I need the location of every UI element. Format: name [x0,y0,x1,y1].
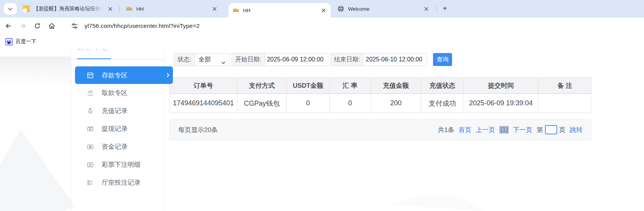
bookmark-baidu[interactable]: 百度一下 [5,38,36,45]
page-content: 财务中心 存款专区 取款专区 [0,49,644,211]
tab-hh-active[interactable]: HH [229,3,331,18]
tab-welcome[interactable]: Welcome [334,0,433,18]
tab-separator [119,5,120,12]
page-jump-input[interactable] [545,125,557,134]
list-boxes-icon [86,179,95,187]
sidebar-item-hall-bets[interactable]: 厅室投注记录 [71,174,164,192]
next-page-link[interactable]: 下一页 [513,126,532,134]
end-date-label: 结束日期: [331,53,363,66]
column-header: 支付方式 [237,78,286,94]
cell-remark [539,94,591,113]
sidebar-item-label: 资金记录 [102,142,128,151]
chevron-down-icon [221,59,225,66]
decorative-triangle-left [0,130,75,211]
table-header-row: 订单号 支付方式 USDT金额 汇 率 充值金额 充值状态 提交时间 备 注 [170,78,591,94]
chevron-right-icon [166,73,169,77]
column-header: 汇 率 [329,78,371,94]
deposit-card-icon [86,71,95,79]
start-date-input[interactable] [264,53,328,66]
current-page-indicator: [1] [499,126,509,134]
sidebar-item-fund-records[interactable]: 资金记录 [71,138,164,156]
close-icon[interactable] [320,7,327,14]
start-date-label: 开始日期: [232,53,264,66]
sidebar-menu: 存款专区 取款专区 充值记录 [71,66,164,192]
sidebar-item-label: 提现记录 [102,124,128,133]
cell-pay-method: CGPay钱包 [237,94,286,113]
sidebar-section-title: 财务中心 [77,49,109,52]
sidebar-item-label: 存款专区 [102,71,128,80]
list-document-icon [86,161,95,169]
total-count-text: 共1条 [438,126,454,134]
sidebar-item-lottery-bets[interactable]: 彩票下注明细 [71,156,164,174]
close-icon[interactable] [423,5,430,12]
tab-strip: 【新提醒】海燕策略论坛综合交 HH HH [0,0,644,18]
end-date-input[interactable] [363,53,427,66]
tab-search-button[interactable] [4,3,17,14]
home-button[interactable] [46,20,58,32]
back-button[interactable] [2,20,14,32]
deposit-records-table: 订单号 支付方式 USDT金额 汇 率 充值金额 充值状态 提交时间 备 注 1… [169,77,591,113]
tab-separator [436,5,437,12]
pagination-controls: 共1条 首页 上一页 [1] 下一页 第 页 跳转 [438,125,583,134]
column-header: 充值状态 [421,78,463,94]
section-divider [71,59,164,60]
tab-title: 【新提醒】海燕策略论坛综合交 [34,5,103,12]
site-settings-button[interactable] [69,20,81,32]
close-icon[interactable] [211,5,218,12]
sliders-icon [71,22,78,30]
forward-button[interactable] [17,20,29,32]
hand-money-icon [86,89,95,97]
query-button[interactable]: 查询 [433,53,452,66]
decorative-triangle-bottom [385,196,486,211]
forward-arrow-icon [19,22,27,30]
close-icon[interactable] [107,5,113,12]
new-tab-button[interactable]: + [440,4,449,13]
column-header: 订单号 [170,78,237,94]
sidebar-item-withdraw[interactable]: 取款专区 [71,84,164,102]
pagination-bar: 每页显示20条 共1条 首页 上一页 [1] 下一页 第 页 跳转 [169,119,591,140]
background-gradient [0,56,71,85]
cell-status: 支付成功 [421,94,463,113]
jump-button[interactable]: 跳转 [570,126,583,134]
tab-title: Welcome [348,6,419,12]
finance-sidebar: 财务中心 存款专区 取款专区 [71,49,165,211]
navigation-bar: yl756.com/hhcp/usercenter.html?iniType=2 [0,18,644,34]
money-record-icon [86,143,95,151]
tab-title: HH [243,8,316,13]
gold-logo-favicon-icon [126,5,133,12]
address-bar[interactable]: yl756.com/hhcp/usercenter.html?iniType=2 [85,23,200,29]
page-size-text: 每页显示20条 [178,126,218,134]
cell-recharge-amount: 200 [371,94,421,113]
baidu-paw-icon [5,38,13,45]
cell-usdt-amount: 0 [286,94,329,113]
cell-order-id: 1749469144095401 [170,94,237,113]
banknote-icon [86,125,95,133]
sidebar-item-label: 取款专区 [102,89,128,97]
column-header: USDT金额 [286,78,329,94]
sidebar-item-recharge-records[interactable]: 充值记录 [71,102,164,120]
chevron-down-icon [8,8,13,10]
cell-submit-time: 2025-06-09 19:39:04 [463,94,539,113]
forum-favicon-icon [23,5,30,12]
back-arrow-icon [5,22,12,30]
bookmarks-bar: 百度一下 [0,34,644,49]
tab-title: HH [136,6,207,12]
column-header: 备 注 [539,78,591,94]
bookmark-label: 百度一下 [16,38,36,45]
prev-page-link[interactable]: 上一页 [476,126,495,134]
sidebar-item-withdrawal-records[interactable]: 提现记录 [71,120,164,138]
status-select[interactable]: 全部 [194,53,229,66]
tab-hh-1[interactable]: HH [122,0,222,18]
column-header: 提交时间 [463,78,539,94]
sidebar-item-deposit[interactable]: 存款专区 [75,66,173,84]
column-header: 充值金额 [371,78,421,94]
reload-button[interactable] [31,20,43,32]
home-icon [48,22,56,30]
browser-window: 【新提醒】海燕策略论坛综合交 HH HH [0,0,644,211]
tab-forum[interactable]: 【新提醒】海燕策略论坛综合交 [19,0,117,18]
jump-prefix-label: 第 [537,126,543,134]
money-bag-icon [86,107,95,115]
first-page-link[interactable]: 首页 [459,126,471,134]
status-label: 状态: [174,53,194,66]
jump-suffix-label: 页 [559,126,566,134]
